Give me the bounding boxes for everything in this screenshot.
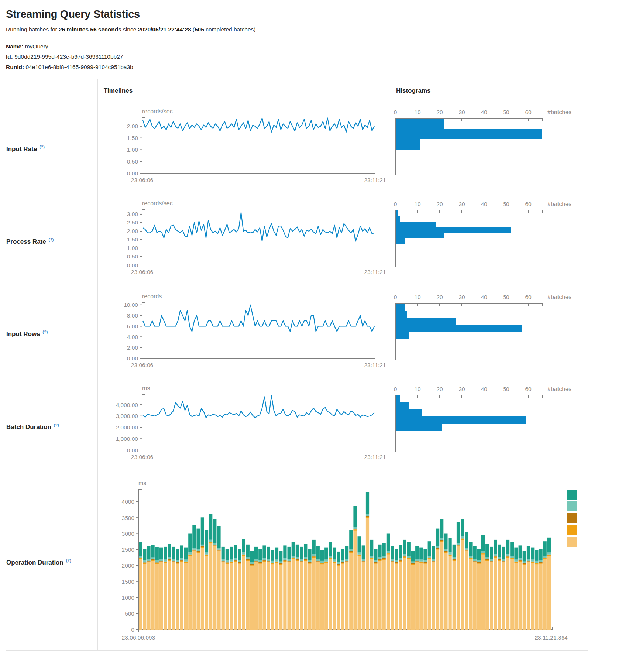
- svg-text:50: 50: [503, 386, 509, 392]
- svg-text:20: 20: [436, 201, 443, 207]
- svg-text:23:06:06: 23:06:06: [131, 362, 153, 368]
- svg-text:records: records: [142, 293, 162, 299]
- svg-text:ms: ms: [138, 480, 146, 486]
- batch-duration-histogram-chart: 0102030405060#batches: [390, 380, 588, 474]
- query-name-line: Name: myQuery: [6, 43, 625, 50]
- svg-text:60: 60: [525, 294, 532, 300]
- operation-duration-help-icon[interactable]: (?): [66, 558, 71, 563]
- input-rate-timeline-chart: records/sec0.000.501.001.502.0023:06:062…: [98, 103, 390, 195]
- svg-text:2.50: 2.50: [127, 219, 138, 226]
- svg-text:20: 20: [436, 294, 443, 300]
- svg-text:1,000.00: 1,000.00: [116, 436, 138, 442]
- svg-text:1000: 1000: [122, 594, 135, 601]
- svg-text:10: 10: [414, 386, 421, 392]
- svg-text:4,000.00: 4,000.00: [116, 402, 138, 408]
- row-label-text: Batch Duration: [6, 424, 51, 431]
- operation-duration-legend: [567, 490, 577, 549]
- table-row: Process Rate (?) records/sec0.000.501.00…: [6, 195, 588, 288]
- svg-text:0: 0: [394, 386, 397, 392]
- svg-text:50: 50: [503, 294, 509, 300]
- running-batches-summary: Running batches for 26 minutes 56 second…: [6, 26, 625, 33]
- svg-text:2.00: 2.00: [127, 228, 138, 234]
- process-rate-help-icon[interactable]: (?): [48, 237, 54, 242]
- svg-text:23:11:21: 23:11:21: [364, 177, 386, 183]
- svg-text:3.00: 3.00: [127, 211, 138, 217]
- process-rate-histogram-chart: 0102030405060#batches: [390, 195, 588, 288]
- svg-text:0: 0: [394, 109, 397, 115]
- svg-text:10: 10: [414, 201, 421, 207]
- header-timelines: Timelines: [98, 79, 390, 103]
- table-row: Operation Duration (?) ms050010001500200…: [6, 474, 588, 651]
- svg-text:records/sec: records/sec: [142, 200, 173, 206]
- svg-text:4.00: 4.00: [127, 334, 138, 340]
- svg-text:0.00: 0.00: [127, 447, 138, 453]
- svg-text:10: 10: [414, 294, 421, 300]
- row-label-batch-duration: Batch Duration (?): [6, 380, 98, 474]
- svg-text:60: 60: [525, 109, 532, 115]
- query-metadata: Name: myQuery Id: 9d0dd219-995d-423e-b97…: [6, 43, 625, 71]
- svg-text:1.50: 1.50: [127, 135, 138, 141]
- svg-text:3500: 3500: [122, 515, 135, 521]
- row-label-operation-duration: Operation Duration (?): [6, 474, 98, 651]
- legend-swatch: [567, 525, 577, 535]
- svg-text:500: 500: [125, 610, 134, 617]
- svg-text:3000: 3000: [122, 531, 135, 537]
- svg-text:2.00: 2.00: [127, 123, 138, 129]
- subtitle-prefix: Running batches for: [6, 26, 59, 32]
- name-value: myQuery: [23, 43, 48, 49]
- batch-duration-timeline-chart: ms0.001,000.002,000.003,000.004,000.0023…: [98, 380, 390, 474]
- svg-text:0.50: 0.50: [127, 158, 138, 165]
- runid-label: RunId:: [6, 64, 24, 70]
- svg-text:#batches: #batches: [547, 294, 571, 300]
- svg-text:0.00: 0.00: [127, 170, 138, 176]
- svg-text:40: 40: [481, 386, 487, 392]
- input-rate-histogram-chart: 0102030405060#batches: [390, 103, 588, 195]
- svg-text:23:11:21.864: 23:11:21.864: [535, 634, 568, 641]
- header-histograms: Histograms: [390, 79, 588, 103]
- table-row: Batch Duration (?) ms0.001,000.002,000.0…: [6, 380, 588, 474]
- svg-text:#batches: #batches: [547, 386, 571, 392]
- svg-text:2.00: 2.00: [127, 344, 138, 351]
- row-label-text: Input Rate: [6, 145, 37, 152]
- legend-swatch: [567, 513, 577, 523]
- svg-text:6.00: 6.00: [127, 323, 138, 329]
- input-rows-timeline-chart: records0.002.004.006.008.0010.0023:06:06…: [98, 288, 390, 380]
- svg-text:23:06:06: 23:06:06: [131, 177, 153, 183]
- id-label: Id:: [6, 54, 13, 60]
- svg-text:ms: ms: [142, 385, 150, 391]
- input-rows-help-icon[interactable]: (?): [42, 330, 48, 334]
- svg-text:0: 0: [131, 627, 134, 633]
- svg-text:1500: 1500: [122, 579, 135, 585]
- name-label: Name:: [6, 43, 23, 49]
- row-label-text: Input Rows: [6, 330, 40, 337]
- svg-text:10.00: 10.00: [124, 302, 138, 308]
- svg-text:50: 50: [503, 201, 509, 207]
- row-label-input-rows: Input Rows (?): [6, 288, 98, 380]
- header-empty-cell: [6, 79, 98, 103]
- row-label-input-rate: Input Rate (?): [6, 103, 98, 195]
- svg-text:23:06:06: 23:06:06: [131, 269, 153, 275]
- svg-text:60: 60: [525, 386, 532, 392]
- svg-text:0.00: 0.00: [127, 262, 138, 268]
- process-rate-timeline-chart: records/sec0.000.501.001.502.002.503.002…: [98, 195, 390, 288]
- batch-duration-help-icon[interactable]: (?): [54, 423, 59, 427]
- svg-text:1.00: 1.00: [127, 147, 138, 153]
- id-value: 9d0dd219-995d-423e-b97d-36931110bb27: [13, 54, 123, 60]
- svg-text:2500: 2500: [122, 546, 135, 553]
- input-rows-histogram-chart: 0102030405060#batches: [390, 288, 588, 380]
- svg-text:23:11:21: 23:11:21: [364, 454, 386, 460]
- table-row: Input Rate (?) records/sec0.000.501.001.…: [6, 103, 588, 195]
- svg-text:3,000.00: 3,000.00: [116, 413, 138, 419]
- svg-text:40: 40: [481, 201, 487, 207]
- streaming-query-statistics-page: Streaming Query Statistics Running batch…: [0, 0, 625, 672]
- svg-text:0: 0: [394, 201, 397, 207]
- svg-text:10: 10: [414, 109, 421, 115]
- legend-swatch: [567, 490, 577, 500]
- input-rate-help-icon[interactable]: (?): [40, 145, 45, 149]
- svg-text:30: 30: [459, 109, 465, 115]
- subtitle-suffix: completed batches): [204, 26, 256, 32]
- operation-duration-chart: ms0500100015002000250030003500400023:06:…: [98, 474, 588, 650]
- runid-value: 04e101e6-8bf8-4165-9099-9104c951ba3b: [24, 64, 133, 70]
- svg-text:0.00: 0.00: [127, 355, 138, 361]
- subtitle-since: since: [121, 26, 138, 32]
